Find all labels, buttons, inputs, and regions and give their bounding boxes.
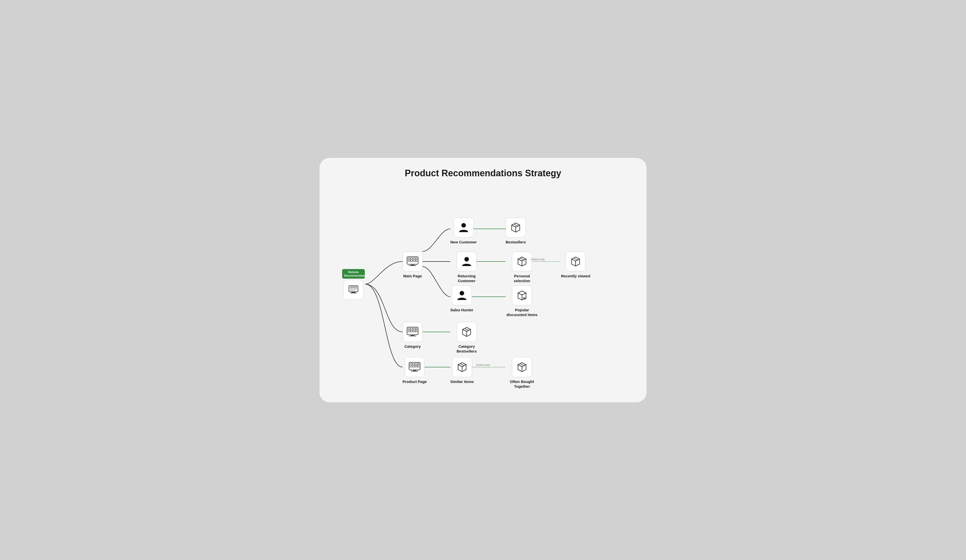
bestsellers-node: Bestsellers [506, 217, 526, 245]
popular-discounted-node: % Popular discounted items [506, 286, 538, 317]
svg-line-81 [460, 364, 464, 366]
category-bestsellers-label: Category Bestsellers [450, 344, 483, 354]
additionally-label-2: Additionally [476, 363, 490, 366]
svg-line-41 [572, 259, 576, 261]
recently-viewed-node: Recently viewed [561, 251, 590, 279]
svg-rect-70 [417, 363, 419, 365]
svg-text:%: % [523, 296, 526, 300]
svg-rect-69 [415, 363, 417, 365]
new-customer-label: New Customer [450, 240, 477, 245]
sales-hunter-label: Sales Hunter [450, 307, 473, 312]
bestsellers-label: Bestsellers [506, 240, 526, 245]
similar-items-label: Similar items [450, 379, 474, 384]
new-customer-icon-box [453, 217, 474, 238]
recently-viewed-icon [570, 256, 581, 267]
category-icon [406, 327, 419, 337]
personal-selection-icon-box [512, 251, 532, 272]
category-bestsellers-icon [461, 327, 472, 337]
svg-line-47 [522, 293, 526, 295]
product-page-label: Product Page [402, 379, 427, 384]
personal-selection-label: Personal selection [506, 274, 538, 283]
sales-hunter-icon-box [452, 286, 472, 305]
svg-rect-67 [410, 363, 412, 365]
often-bought-node: Often Bought Together [506, 357, 538, 389]
similar-items-icon-box [452, 357, 472, 377]
svg-rect-23 [413, 260, 415, 261]
svg-line-62 [463, 329, 467, 332]
product-page-node: Product Page [402, 357, 427, 384]
svg-rect-18 [411, 258, 412, 259]
svg-line-65 [465, 328, 469, 330]
sales-hunter-icon [457, 290, 467, 301]
new-customer-icon [458, 222, 469, 233]
recently-viewed-label: Recently viewed [561, 274, 590, 279]
svg-line-86 [520, 364, 524, 366]
svg-line-46 [518, 293, 522, 295]
svg-rect-52 [411, 328, 412, 330]
svg-rect-74 [417, 366, 419, 367]
often-bought-label: Often Bought Together [506, 379, 538, 389]
monitor-icon [348, 284, 359, 295]
svg-rect-51 [408, 328, 410, 330]
svg-point-29 [460, 291, 464, 296]
diagram-area: Website Recommendations [335, 191, 631, 387]
svg-rect-19 [413, 258, 415, 259]
main-page-icon [406, 256, 419, 267]
svg-rect-53 [413, 328, 415, 330]
svg-rect-11 [350, 287, 357, 287]
category-node: Category [402, 322, 422, 349]
category-bestsellers-icon-box [457, 322, 477, 342]
svg-rect-56 [411, 330, 412, 332]
svg-rect-13 [353, 288, 357, 289]
svg-rect-68 [412, 363, 415, 365]
diagram-container: Product Recommendations Strategy [319, 158, 647, 402]
new-customer-node: New Customer [450, 217, 477, 245]
product-page-icon-box [404, 357, 425, 377]
personal-selection-node: Personal selection [506, 251, 538, 283]
category-label: Category [404, 344, 421, 349]
svg-rect-55 [408, 330, 410, 332]
svg-rect-20 [416, 258, 417, 259]
connections-svg [335, 191, 631, 387]
product-page-icon [409, 362, 421, 373]
svg-line-36 [518, 259, 522, 261]
svg-line-83 [518, 365, 522, 367]
main-page-icon-box [402, 251, 422, 272]
popular-discounted-label: Popular discounted items [506, 307, 538, 317]
svg-rect-24 [416, 260, 417, 261]
svg-line-39 [520, 258, 524, 260]
category-bestsellers-node: Category Bestsellers [450, 322, 483, 354]
svg-line-78 [458, 365, 462, 367]
popular-discounted-icon: % [516, 290, 527, 301]
svg-point-27 [462, 223, 466, 228]
svg-rect-21 [408, 260, 410, 261]
svg-rect-17 [408, 258, 410, 259]
personal-selection-icon [516, 256, 527, 267]
svg-rect-22 [411, 260, 412, 261]
svg-rect-15 [350, 290, 355, 291]
bestsellers-icon [510, 222, 521, 233]
svg-rect-12 [350, 288, 353, 289]
often-bought-icon [516, 361, 527, 373]
main-page-label: Main Page [403, 274, 422, 279]
often-bought-icon-box [512, 357, 532, 377]
similar-items-node: Similar items [450, 357, 474, 384]
popular-discounted-icon-box: % [512, 286, 532, 305]
website-icon-box [343, 280, 363, 300]
similar-items-icon [457, 361, 468, 373]
recently-viewed-icon-box [565, 251, 586, 272]
returning-customer-label: Returning Customer [450, 274, 483, 283]
returning-customer-icon [462, 256, 472, 267]
svg-line-31 [512, 225, 516, 227]
svg-rect-73 [415, 366, 417, 367]
page-title: Product Recommendations Strategy [335, 168, 631, 179]
svg-rect-57 [413, 330, 415, 332]
website-rec-badge: Website Recommendations [342, 269, 365, 279]
main-page-node: Main Page [402, 251, 422, 279]
returning-customer-node: Returning Customer [450, 251, 483, 283]
category-icon-box [402, 322, 422, 342]
svg-line-44 [573, 258, 578, 260]
svg-rect-14 [350, 289, 357, 290]
website-rec-node: Website Recommendations [342, 269, 365, 300]
bestsellers-icon-box [506, 217, 526, 238]
